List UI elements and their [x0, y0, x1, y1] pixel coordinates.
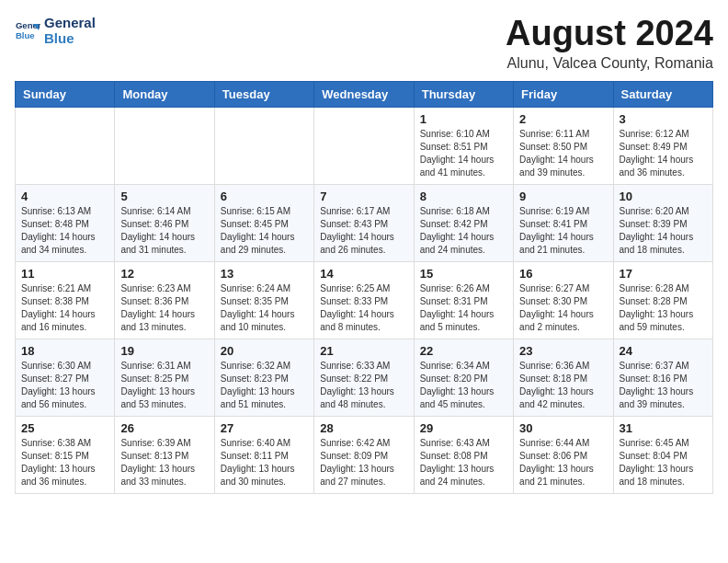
- day-cell: 21Sunrise: 6:33 AM Sunset: 8:22 PM Dayli…: [314, 339, 414, 416]
- day-content: Sunrise: 6:44 AM Sunset: 8:06 PM Dayligh…: [519, 437, 607, 488]
- day-number: 22: [420, 344, 507, 358]
- day-number: 1: [420, 112, 507, 126]
- day-cell: 27Sunrise: 6:40 AM Sunset: 8:11 PM Dayli…: [214, 416, 313, 493]
- day-number: 14: [320, 267, 407, 281]
- weekday-header-sunday: Sunday: [16, 81, 115, 107]
- day-content: Sunrise: 6:25 AM Sunset: 8:33 PM Dayligh…: [320, 282, 407, 334]
- day-number: 3: [620, 112, 707, 126]
- weekday-header-saturday: Saturday: [613, 81, 712, 107]
- week-row-1: 1Sunrise: 6:10 AM Sunset: 8:51 PM Daylig…: [16, 107, 713, 184]
- day-content: Sunrise: 6:36 AM Sunset: 8:18 PM Dayligh…: [519, 360, 607, 411]
- day-number: 18: [21, 344, 108, 358]
- day-content: Sunrise: 6:13 AM Sunset: 8:48 PM Dayligh…: [21, 205, 108, 257]
- logo-line1: General: [44, 15, 96, 30]
- day-number: 30: [519, 421, 607, 435]
- day-number: 4: [21, 190, 108, 203]
- day-cell: 9Sunrise: 6:19 AM Sunset: 8:41 PM Daylig…: [514, 184, 613, 261]
- day-content: Sunrise: 6:43 AM Sunset: 8:08 PM Dayligh…: [420, 437, 507, 488]
- logo-line2: Blue: [44, 30, 96, 46]
- day-content: Sunrise: 6:18 AM Sunset: 8:42 PM Dayligh…: [420, 205, 507, 257]
- day-cell: 20Sunrise: 6:32 AM Sunset: 8:23 PM Dayli…: [214, 339, 313, 416]
- day-cell: [214, 107, 313, 184]
- day-number: 23: [519, 344, 607, 358]
- day-number: 8: [420, 190, 507, 203]
- title-area: August 2024 Alunu, Valcea County, Romani…: [506, 15, 713, 72]
- day-cell: 25Sunrise: 6:38 AM Sunset: 8:15 PM Dayli…: [16, 416, 115, 493]
- day-content: Sunrise: 6:19 AM Sunset: 8:41 PM Dayligh…: [519, 205, 607, 257]
- weekday-header-thursday: Thursday: [414, 81, 513, 107]
- calendar-table: SundayMondayTuesdayWednesdayThursdayFrid…: [15, 81, 713, 494]
- day-number: 28: [320, 421, 407, 435]
- day-cell: 12Sunrise: 6:23 AM Sunset: 8:36 PM Dayli…: [115, 261, 214, 339]
- day-content: Sunrise: 6:17 AM Sunset: 8:43 PM Dayligh…: [320, 205, 407, 257]
- day-number: 27: [221, 421, 308, 435]
- day-cell: 18Sunrise: 6:30 AM Sunset: 8:27 PM Dayli…: [16, 339, 115, 416]
- day-cell: 5Sunrise: 6:14 AM Sunset: 8:46 PM Daylig…: [115, 184, 214, 261]
- day-cell: [16, 107, 115, 184]
- month-title: August 2024: [506, 15, 713, 53]
- day-number: 25: [21, 421, 108, 435]
- day-content: Sunrise: 6:30 AM Sunset: 8:27 PM Dayligh…: [21, 360, 108, 411]
- day-cell: 29Sunrise: 6:43 AM Sunset: 8:08 PM Dayli…: [414, 416, 513, 493]
- day-number: 17: [620, 267, 707, 281]
- day-cell: 22Sunrise: 6:34 AM Sunset: 8:20 PM Dayli…: [414, 339, 513, 416]
- weekday-header-tuesday: Tuesday: [214, 81, 313, 107]
- day-content: Sunrise: 6:40 AM Sunset: 8:11 PM Dayligh…: [221, 437, 308, 488]
- day-content: Sunrise: 6:24 AM Sunset: 8:35 PM Dayligh…: [221, 282, 308, 334]
- day-cell: 8Sunrise: 6:18 AM Sunset: 8:42 PM Daylig…: [414, 184, 513, 261]
- day-cell: 13Sunrise: 6:24 AM Sunset: 8:35 PM Dayli…: [214, 261, 313, 339]
- weekday-header-friday: Friday: [514, 81, 613, 107]
- day-content: Sunrise: 6:14 AM Sunset: 8:46 PM Dayligh…: [120, 205, 208, 257]
- day-content: Sunrise: 6:32 AM Sunset: 8:23 PM Dayligh…: [221, 360, 308, 411]
- day-cell: 24Sunrise: 6:37 AM Sunset: 8:16 PM Dayli…: [613, 339, 712, 416]
- week-row-4: 18Sunrise: 6:30 AM Sunset: 8:27 PM Dayli…: [16, 339, 713, 416]
- day-number: 13: [221, 267, 308, 281]
- day-cell: [314, 107, 414, 184]
- day-number: 31: [620, 421, 707, 435]
- day-number: 9: [519, 190, 607, 203]
- day-cell: 6Sunrise: 6:15 AM Sunset: 8:45 PM Daylig…: [214, 184, 313, 261]
- day-cell: 23Sunrise: 6:36 AM Sunset: 8:18 PM Dayli…: [514, 339, 613, 416]
- day-number: 6: [221, 190, 308, 203]
- day-content: Sunrise: 6:11 AM Sunset: 8:50 PM Dayligh…: [519, 128, 607, 179]
- day-cell: 1Sunrise: 6:10 AM Sunset: 8:51 PM Daylig…: [414, 107, 513, 184]
- week-row-2: 4Sunrise: 6:13 AM Sunset: 8:48 PM Daylig…: [16, 184, 713, 261]
- day-number: 10: [620, 190, 707, 203]
- day-content: Sunrise: 6:31 AM Sunset: 8:25 PM Dayligh…: [120, 360, 208, 411]
- day-number: 19: [120, 344, 208, 358]
- day-cell: 30Sunrise: 6:44 AM Sunset: 8:06 PM Dayli…: [514, 416, 613, 493]
- day-cell: 31Sunrise: 6:45 AM Sunset: 8:04 PM Dayli…: [613, 416, 712, 493]
- day-number: 5: [120, 190, 208, 203]
- weekday-header-wednesday: Wednesday: [314, 81, 414, 107]
- day-content: Sunrise: 6:12 AM Sunset: 8:49 PM Dayligh…: [620, 128, 707, 179]
- page-header: General Blue General Blue August 2024 Al…: [15, 15, 713, 72]
- day-content: Sunrise: 6:21 AM Sunset: 8:38 PM Dayligh…: [21, 282, 108, 334]
- day-content: Sunrise: 6:15 AM Sunset: 8:45 PM Dayligh…: [221, 205, 308, 257]
- day-number: 2: [519, 112, 607, 126]
- day-cell: 28Sunrise: 6:42 AM Sunset: 8:09 PM Dayli…: [314, 416, 414, 493]
- day-cell: 16Sunrise: 6:27 AM Sunset: 8:30 PM Dayli…: [514, 261, 613, 339]
- day-content: Sunrise: 6:26 AM Sunset: 8:31 PM Dayligh…: [420, 282, 507, 334]
- day-cell: 4Sunrise: 6:13 AM Sunset: 8:48 PM Daylig…: [16, 184, 115, 261]
- day-cell: 10Sunrise: 6:20 AM Sunset: 8:39 PM Dayli…: [613, 184, 712, 261]
- day-content: Sunrise: 6:27 AM Sunset: 8:30 PM Dayligh…: [519, 282, 607, 334]
- day-number: 11: [21, 267, 108, 281]
- day-content: Sunrise: 6:10 AM Sunset: 8:51 PM Dayligh…: [420, 128, 507, 179]
- day-number: 21: [320, 344, 407, 358]
- day-cell: 26Sunrise: 6:39 AM Sunset: 8:13 PM Dayli…: [115, 416, 214, 493]
- day-cell: 2Sunrise: 6:11 AM Sunset: 8:50 PM Daylig…: [514, 107, 613, 184]
- day-content: Sunrise: 6:37 AM Sunset: 8:16 PM Dayligh…: [620, 360, 707, 411]
- day-number: 24: [620, 344, 707, 358]
- day-number: 29: [420, 421, 507, 435]
- weekday-header-row: SundayMondayTuesdayWednesdayThursdayFrid…: [16, 81, 713, 107]
- day-content: Sunrise: 6:34 AM Sunset: 8:20 PM Dayligh…: [420, 360, 507, 411]
- svg-text:Blue: Blue: [16, 30, 35, 40]
- logo: General Blue General Blue: [15, 15, 96, 47]
- day-number: 15: [420, 267, 507, 281]
- day-cell: 15Sunrise: 6:26 AM Sunset: 8:31 PM Dayli…: [414, 261, 513, 339]
- day-cell: 19Sunrise: 6:31 AM Sunset: 8:25 PM Dayli…: [115, 339, 214, 416]
- logo-icon: General Blue: [15, 17, 40, 43]
- day-content: Sunrise: 6:33 AM Sunset: 8:22 PM Dayligh…: [320, 360, 407, 411]
- day-number: 12: [120, 267, 208, 281]
- day-cell: 3Sunrise: 6:12 AM Sunset: 8:49 PM Daylig…: [613, 107, 712, 184]
